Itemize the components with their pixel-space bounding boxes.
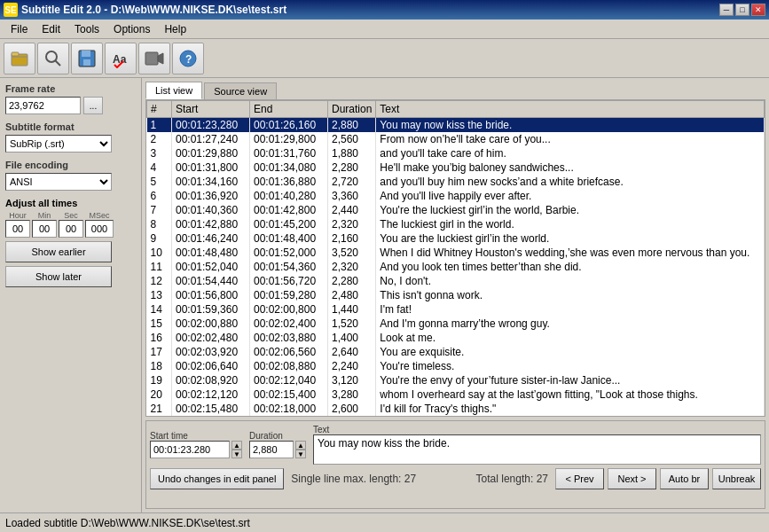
start-time-down-btn[interactable]: ▼ (231, 450, 242, 458)
cell-end: 00:01:40,280 (250, 189, 328, 203)
start-time-field: Start time ▲ ▼ (150, 431, 242, 458)
table-row[interactable]: 15 00:02:00,880 00:02:02,400 1,520 And I… (147, 317, 765, 331)
duration-input[interactable] (249, 441, 294, 458)
menu-options[interactable]: Options (106, 21, 157, 37)
cell-duration: 2,320 (328, 260, 376, 274)
table-row[interactable]: 13 00:01:56,800 00:01:59,280 2,480 This … (147, 288, 765, 302)
tab-list-view[interactable]: List view (145, 82, 202, 99)
table-row[interactable]: 7 00:01:40,360 00:01:42,800 2,440 You're… (147, 203, 765, 217)
next-button[interactable]: Next > (608, 468, 656, 489)
table-row[interactable]: 11 00:01:52,040 00:01:54,360 2,320 And y… (147, 260, 765, 274)
table-row[interactable]: 12 00:01:54,440 00:01:56,720 2,280 No, I… (147, 274, 765, 288)
cell-duration: 2,560 (328, 132, 376, 146)
table-row[interactable]: 10 00:01:48,480 00:01:52,000 3,520 When … (147, 246, 765, 260)
cell-num: 15 (147, 317, 172, 331)
cell-text: whom I overheard say at the last’gown fi… (376, 387, 765, 402)
cell-text: You're the luckiest girl’in the world, B… (376, 203, 765, 217)
show-earlier-button[interactable]: Show earlier (5, 241, 112, 262)
table-row[interactable]: 6 00:01:36,920 00:01:40,280 3,360 And yo… (147, 189, 765, 203)
prev-button[interactable]: < Prev (555, 468, 604, 489)
sec-input[interactable] (59, 220, 83, 238)
msec-label: MSec (89, 211, 109, 220)
sec-label: Sec (64, 211, 78, 220)
unbreak-button[interactable]: Unbreak (712, 468, 761, 489)
table-row[interactable]: 19 00:02:08,920 00:02:12,040 3,120 You'r… (147, 373, 765, 387)
text-input[interactable]: You may now kiss the bride. (313, 434, 761, 465)
frame-rate-input[interactable] (5, 97, 81, 114)
table-row[interactable]: 8 00:01:42,880 00:01:45,200 2,320 The lu… (147, 217, 765, 231)
cell-num: 5 (147, 175, 172, 189)
edit-row-fields: Start time ▲ ▼ Duration ▲ (150, 425, 761, 465)
duration-spinner: ▲ ▼ (295, 441, 306, 458)
cell-start: 00:01:52,040 (172, 260, 250, 274)
table-row[interactable]: 20 00:02:12,120 00:02:15,400 3,280 whom … (147, 387, 765, 402)
file-encoding-select[interactable]: ANSI (5, 173, 112, 191)
subtitle-format-select[interactable]: SubRip (.srt) (5, 135, 112, 153)
cell-end: 00:02:00,800 (250, 302, 328, 317)
table-row[interactable]: 14 00:01:59,360 00:02:00,800 1,440 I'm f… (147, 302, 765, 317)
frame-rate-browse-button[interactable]: ... (83, 97, 103, 114)
table-row[interactable]: 17 00:02:03,920 00:02:06,560 2,640 You a… (147, 345, 765, 359)
cell-num: 6 (147, 189, 172, 203)
status-bar: Loaded subtitle D:\Web\WWW.NIKSE.DK\se\t… (0, 512, 769, 532)
table-row[interactable]: 9 00:01:46,240 00:01:48,400 2,160 You ar… (147, 231, 765, 246)
edit-row-buttons: Undo changes in edit panel Single line m… (150, 468, 761, 489)
cell-start: 00:02:06,640 (172, 359, 250, 373)
table-row[interactable]: 18 00:02:06,640 00:02:08,880 2,240 You'r… (147, 359, 765, 373)
cell-duration: 2,880 (328, 118, 376, 133)
menu-file[interactable]: File (4, 21, 35, 37)
cell-end: 00:02:08,880 (250, 359, 328, 373)
right-panel: List view Source view # Start End Durati… (142, 78, 769, 512)
undo-changes-button[interactable]: Undo changes in edit panel (150, 468, 284, 489)
table-row[interactable]: 4 00:01:31,800 00:01:34,080 2,280 He'll … (147, 160, 765, 175)
col-header-end: End (250, 101, 328, 118)
cell-duration: 1,440 (328, 302, 376, 317)
msec-input[interactable] (85, 220, 114, 238)
start-time-input[interactable] (150, 441, 230, 458)
menu-help[interactable]: Help (157, 21, 193, 37)
show-later-button[interactable]: Show later (5, 266, 112, 287)
edit-panel: Start time ▲ ▼ Duration ▲ (145, 420, 765, 509)
min-input[interactable] (32, 220, 57, 238)
table-row[interactable]: 5 00:01:34,160 00:01:36,880 2,720 and yo… (147, 175, 765, 189)
cell-num: 13 (147, 288, 172, 302)
frame-rate-label: Frame rate (5, 83, 136, 94)
cell-start: 00:01:46,240 (172, 231, 250, 246)
minimize-button[interactable]: ─ (719, 4, 734, 16)
table-row[interactable]: 21 00:02:15,480 00:02:18,000 2,600 I'd k… (147, 402, 765, 416)
start-time-up-btn[interactable]: ▲ (231, 441, 242, 450)
auto-break-button[interactable]: Auto br (660, 468, 709, 489)
table-row[interactable]: 16 00:02:02,480 00:02:03,880 1,400 Look … (147, 331, 765, 345)
search-button[interactable] (37, 43, 69, 74)
cell-num: 4 (147, 160, 172, 175)
spellcheck-button[interactable]: Aa (105, 43, 137, 74)
col-header-duration: Duration (328, 101, 376, 118)
tab-source-view[interactable]: Source view (204, 82, 277, 99)
maximize-button[interactable]: □ (735, 4, 749, 16)
table-row[interactable]: 3 00:01:29,880 00:01:31,760 1,880 and yo… (147, 146, 765, 160)
menu-tools[interactable]: Tools (67, 21, 106, 37)
help-button[interactable]: ? (172, 43, 204, 74)
table-row[interactable]: 2 00:01:27,240 00:01:29,800 2,560 From n… (147, 132, 765, 146)
duration-down-btn[interactable]: ▼ (295, 450, 306, 458)
close-button[interactable]: ✕ (751, 4, 765, 16)
cell-text: No, I don't. (376, 274, 765, 288)
open-button[interactable] (4, 43, 35, 74)
svg-rect-5 (82, 51, 90, 57)
tabs-bar: List view Source view (142, 78, 769, 99)
menu-edit[interactable]: Edit (35, 21, 67, 37)
cell-start: 00:02:03,920 (172, 345, 250, 359)
save-button[interactable] (71, 43, 103, 74)
cell-start: 00:01:42,880 (172, 217, 250, 231)
cell-duration: 1,520 (328, 317, 376, 331)
cell-text: You're the envy of your’future sister-in… (376, 373, 765, 387)
svg-line-3 (56, 60, 61, 66)
cell-duration: 2,160 (328, 231, 376, 246)
video-button[interactable] (138, 43, 170, 74)
table-row[interactable]: 1 00:01:23,280 00:01:26,160 2,880 You ma… (147, 118, 765, 133)
file-encoding-group: File encoding ANSI (5, 160, 136, 191)
duration-up-btn[interactable]: ▲ (295, 441, 306, 450)
cell-text: You are the luckiest girl’in the world. (376, 231, 765, 246)
cell-duration: 2,440 (328, 203, 376, 217)
hour-input[interactable] (5, 220, 30, 238)
